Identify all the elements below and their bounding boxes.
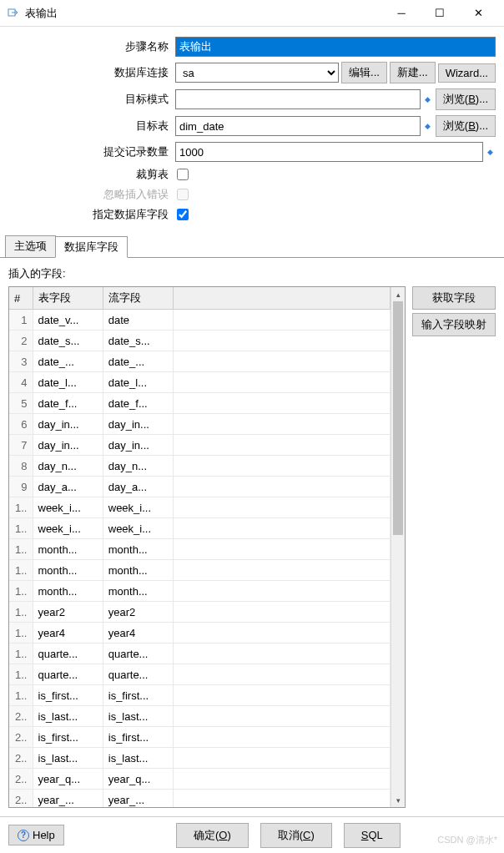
table-row[interactable]: 1..quarte...quarte... xyxy=(9,664,391,685)
scroll-up-icon[interactable]: ▴ xyxy=(391,287,405,301)
target-table-input[interactable] xyxy=(175,116,421,136)
table-row[interactable]: 5date_f...date_f... xyxy=(9,393,391,414)
col-table-field[interactable]: 表字段 xyxy=(33,287,103,310)
field-mapping-button[interactable]: 输入字段映射 xyxy=(412,313,496,336)
col-index[interactable]: # xyxy=(9,287,33,310)
fields-table[interactable]: # 表字段 流字段 1date_v...date2date_s...date_s… xyxy=(9,287,391,807)
row-table-field[interactable]: date_v... xyxy=(33,310,103,331)
commit-size-input[interactable] xyxy=(175,142,483,162)
help-button[interactable]: ? Help xyxy=(8,825,64,845)
row-stream-field[interactable]: month... xyxy=(103,581,173,602)
row-stream-field[interactable]: day_n... xyxy=(103,456,173,477)
browse-table-button[interactable]: 浏览(B)... xyxy=(436,115,496,137)
db-conn-select[interactable]: sa xyxy=(175,63,339,83)
row-stream-field[interactable]: is_last... xyxy=(103,748,173,769)
diamond-icon[interactable]: ◆ xyxy=(485,148,496,156)
diamond-icon[interactable]: ◆ xyxy=(422,95,433,103)
sql-button[interactable]: SQL xyxy=(344,823,401,848)
table-row[interactable]: 2..year_q...year_q... xyxy=(9,769,391,790)
col-stream-field[interactable]: 流字段 xyxy=(103,287,173,310)
table-row[interactable]: 2..is_last...is_last... xyxy=(9,748,391,769)
row-table-field[interactable]: week_i... xyxy=(33,497,103,518)
row-table-field[interactable]: day_n... xyxy=(33,456,103,477)
row-table-field[interactable]: date_... xyxy=(33,351,103,372)
new-button[interactable]: 新建... xyxy=(390,62,436,83)
row-table-field[interactable]: date_f... xyxy=(33,393,103,414)
row-stream-field[interactable]: date_f... xyxy=(103,393,173,414)
row-stream-field[interactable]: date_l... xyxy=(103,372,173,393)
row-table-field[interactable]: date_s... xyxy=(33,331,103,351)
row-stream-field[interactable]: day_in... xyxy=(103,414,173,435)
browse-schema-button[interactable]: 浏览(B)... xyxy=(436,88,496,110)
row-stream-field[interactable]: week_i... xyxy=(103,497,173,518)
step-name-input[interactable] xyxy=(175,37,496,57)
table-row[interactable]: 1..month...month... xyxy=(9,581,391,602)
maximize-button[interactable]: ☐ xyxy=(421,1,459,26)
row-table-field[interactable]: year_q... xyxy=(33,769,103,790)
table-row[interactable]: 1..week_i...week_i... xyxy=(9,497,391,518)
row-table-field[interactable]: is_last... xyxy=(33,706,103,727)
close-button[interactable]: ✕ xyxy=(459,1,497,26)
row-stream-field[interactable]: date xyxy=(103,310,173,331)
table-row[interactable]: 2..is_first...is_first... xyxy=(9,727,391,748)
row-table-field[interactable]: day_a... xyxy=(33,477,103,497)
row-stream-field[interactable]: month... xyxy=(103,539,173,560)
table-row[interactable]: 2..is_last...is_last... xyxy=(9,706,391,727)
row-stream-field[interactable]: week_i... xyxy=(103,518,173,539)
row-stream-field[interactable]: is_first... xyxy=(103,727,173,748)
row-stream-field[interactable]: quarte... xyxy=(103,644,173,664)
row-stream-field[interactable]: year4 xyxy=(103,623,173,644)
ok-button[interactable]: 确定(O) xyxy=(176,823,249,848)
row-table-field[interactable]: day_in... xyxy=(33,435,103,456)
edit-button[interactable]: 编辑... xyxy=(341,62,387,83)
row-table-field[interactable]: week_i... xyxy=(33,518,103,539)
row-stream-field[interactable]: is_first... xyxy=(103,685,173,706)
scroll-down-icon[interactable]: ▾ xyxy=(391,793,405,807)
row-table-field[interactable]: quarte... xyxy=(33,644,103,664)
wizard-button[interactable]: Wizard... xyxy=(438,63,496,83)
row-table-field[interactable]: year4 xyxy=(33,623,103,644)
row-stream-field[interactable]: year2 xyxy=(103,602,173,623)
row-stream-field[interactable]: day_in... xyxy=(103,435,173,456)
row-table-field[interactable]: is_last... xyxy=(33,748,103,769)
table-row[interactable]: 6day_in...day_in... xyxy=(9,414,391,435)
specify-fields-checkbox[interactable] xyxy=(177,209,189,220)
table-row[interactable]: 8day_n...day_n... xyxy=(9,456,391,477)
target-schema-input[interactable] xyxy=(175,89,421,109)
table-row[interactable]: 4date_l...date_l... xyxy=(9,372,391,393)
table-row[interactable]: 9day_a...day_a... xyxy=(9,477,391,497)
row-table-field[interactable]: is_first... xyxy=(33,727,103,748)
row-table-field[interactable]: year2 xyxy=(33,602,103,623)
table-row[interactable]: 1date_v...date xyxy=(9,310,391,331)
row-table-field[interactable]: month... xyxy=(33,581,103,602)
row-table-field[interactable]: year_... xyxy=(33,790,103,808)
minimize-button[interactable]: ─ xyxy=(382,1,421,26)
row-table-field[interactable]: date_l... xyxy=(33,372,103,393)
diamond-icon[interactable]: ◆ xyxy=(422,122,433,130)
tab-db-fields[interactable]: 数据库字段 xyxy=(55,236,128,258)
table-row[interactable]: 1..is_first...is_first... xyxy=(9,685,391,706)
row-table-field[interactable]: quarte... xyxy=(33,664,103,685)
row-stream-field[interactable]: year_... xyxy=(103,790,173,808)
row-table-field[interactable]: month... xyxy=(33,539,103,560)
table-row[interactable]: 2date_s...date_s... xyxy=(9,331,391,351)
truncate-checkbox[interactable] xyxy=(177,169,189,180)
table-row[interactable]: 1..quarte...quarte... xyxy=(9,644,391,664)
row-stream-field[interactable]: month... xyxy=(103,560,173,581)
row-stream-field[interactable]: date_... xyxy=(103,351,173,372)
get-fields-button[interactable]: 获取字段 xyxy=(412,286,496,310)
row-table-field[interactable]: month... xyxy=(33,560,103,581)
vertical-scrollbar[interactable]: ▴ ▾ xyxy=(391,287,405,807)
row-stream-field[interactable]: quarte... xyxy=(103,664,173,685)
table-row[interactable]: 3date_...date_... xyxy=(9,351,391,372)
row-stream-field[interactable]: date_s... xyxy=(103,331,173,351)
row-stream-field[interactable]: day_a... xyxy=(103,477,173,497)
table-row[interactable]: 2..year_...year_... xyxy=(9,790,391,808)
table-row[interactable]: 1..month...month... xyxy=(9,560,391,581)
tab-main[interactable]: 主选项 xyxy=(5,235,56,257)
table-row[interactable]: 1..year2year2 xyxy=(9,602,391,623)
row-stream-field[interactable]: year_q... xyxy=(103,769,173,790)
row-stream-field[interactable]: is_last... xyxy=(103,706,173,727)
table-row[interactable]: 1..week_i...week_i... xyxy=(9,518,391,539)
table-row[interactable]: 1..year4year4 xyxy=(9,623,391,644)
